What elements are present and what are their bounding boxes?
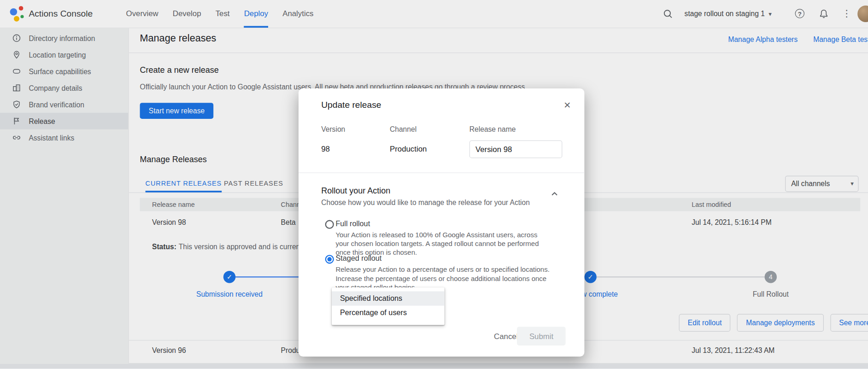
radio-selected-icon — [325, 255, 334, 264]
version-value: 98 — [321, 144, 330, 153]
full-rollout-option[interactable]: Full rollout Your Action is released to … — [325, 219, 557, 250]
radio-unselected-icon — [325, 220, 334, 229]
channel-value: Production — [390, 144, 427, 153]
rollout-type-menu: Specified locations Percentage of users — [332, 287, 445, 325]
channel-label: Channel — [390, 125, 416, 133]
app-viewport: Actions Console Overview Develop Test De… — [0, 0, 868, 369]
staged-rollout-label: Staged rollout — [335, 254, 381, 263]
chevron-up-icon[interactable] — [551, 190, 558, 200]
release-name-input[interactable] — [469, 141, 563, 158]
version-label: Version — [321, 125, 345, 133]
release-name-label: Release name — [469, 125, 516, 133]
close-icon[interactable]: ✕ — [561, 99, 573, 111]
full-rollout-label: Full rollout — [335, 219, 370, 228]
staged-rollout-option[interactable]: Staged rollout Release your Action to a … — [325, 254, 557, 285]
update-release-dialog: Update release ✕ Version Channel Release… — [299, 88, 584, 357]
rollout-section-title: Rollout your Action — [321, 186, 390, 195]
rollout-section-subtitle: Choose how you would like to manage the … — [321, 199, 530, 207]
menu-item-percentage-of-users[interactable]: Percentage of users — [332, 306, 445, 320]
submit-button[interactable]: Submit — [517, 327, 566, 346]
full-rollout-description: Your Action is released to 100% of Googl… — [335, 230, 552, 257]
dialog-title: Update release — [321, 100, 381, 110]
divider — [299, 172, 584, 173]
menu-item-specified-locations[interactable]: Specified locations — [332, 291, 445, 305]
